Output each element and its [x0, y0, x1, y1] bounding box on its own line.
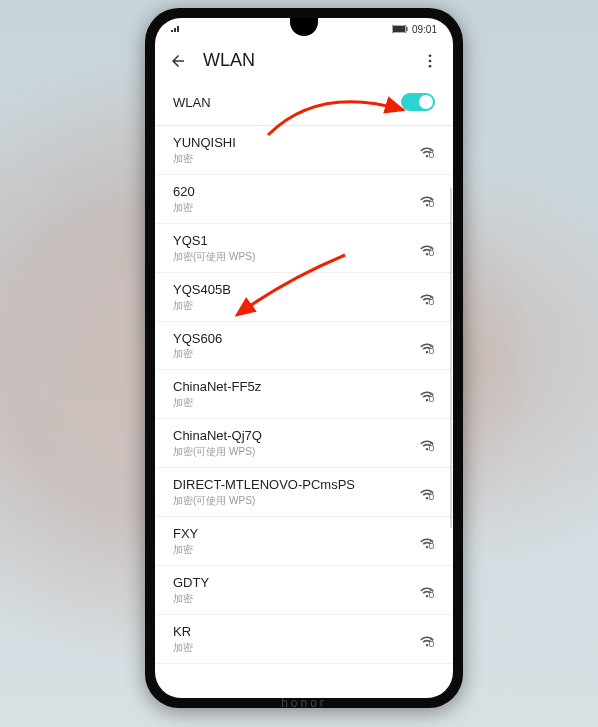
svg-rect-10 — [429, 348, 433, 353]
network-info: YUNQISHI加密 — [173, 135, 409, 165]
svg-rect-9 — [429, 299, 433, 304]
network-item[interactable]: YQS1加密(可使用 WPS) — [155, 224, 453, 273]
network-ssid: ChinaNet-FF5z — [173, 379, 409, 396]
svg-rect-7 — [429, 201, 433, 206]
wifi-lock-icon — [417, 339, 435, 353]
network-info: 620加密 — [173, 184, 409, 214]
svg-rect-2 — [406, 27, 407, 31]
wifi-lock-icon — [417, 534, 435, 548]
network-info: YQS606加密 — [173, 331, 409, 361]
network-ssid: ChinaNet-Qj7Q — [173, 428, 409, 445]
network-item[interactable]: YQS606加密 — [155, 322, 453, 371]
network-ssid: FXY — [173, 526, 409, 543]
network-ssid: GDTY — [173, 575, 409, 592]
battery-icon — [392, 24, 408, 35]
svg-rect-8 — [429, 250, 433, 255]
network-item[interactable]: YQS405B加密 — [155, 273, 453, 322]
network-security: 加密 — [173, 152, 409, 165]
network-security: 加密(可使用 WPS) — [173, 445, 409, 458]
wifi-lock-icon — [417, 436, 435, 450]
header: WLAN — [155, 40, 453, 81]
network-security: 加密 — [173, 543, 409, 556]
svg-rect-11 — [429, 397, 433, 402]
network-item[interactable]: 620加密 — [155, 175, 453, 224]
network-security: 加密 — [173, 396, 409, 409]
wifi-lock-icon — [417, 387, 435, 401]
network-info: ChinaNet-FF5z加密 — [173, 379, 409, 409]
phone-screen: 09:01 WLAN WLAN YUNQISHI加密620加密YQS1加密(可使… — [155, 18, 453, 698]
network-info: ChinaNet-Qj7Q加密(可使用 WPS) — [173, 428, 409, 458]
back-icon[interactable] — [169, 52, 187, 70]
svg-rect-13 — [429, 495, 433, 500]
network-item[interactable]: GDTY加密 — [155, 566, 453, 615]
network-ssid: YQS1 — [173, 233, 409, 250]
network-info: GDTY加密 — [173, 575, 409, 605]
network-info: KR加密 — [173, 624, 409, 654]
svg-rect-16 — [429, 641, 433, 646]
network-ssid: YQS606 — [173, 331, 409, 348]
network-security: 加密 — [173, 299, 409, 312]
wifi-lock-icon — [417, 143, 435, 157]
network-security: 加密(可使用 WPS) — [173, 494, 409, 507]
network-security: 加密 — [173, 641, 409, 654]
network-ssid: YUNQISHI — [173, 135, 409, 152]
svg-rect-12 — [429, 446, 433, 451]
network-security: 加密(可使用 WPS) — [173, 250, 409, 263]
page-title: WLAN — [203, 50, 405, 71]
wifi-lock-icon — [417, 290, 435, 304]
network-item[interactable]: DIRECT-MTLENOVO-PCmsPS加密(可使用 WPS) — [155, 468, 453, 517]
network-list[interactable]: YUNQISHI加密620加密YQS1加密(可使用 WPS)YQS405B加密Y… — [155, 126, 453, 698]
wifi-lock-icon — [417, 241, 435, 255]
network-item[interactable]: YUNQISHI加密 — [155, 126, 453, 175]
wlan-toggle-label: WLAN — [173, 95, 401, 110]
svg-rect-1 — [393, 26, 405, 32]
network-item[interactable]: KR加密 — [155, 615, 453, 664]
network-info: YQS1加密(可使用 WPS) — [173, 233, 409, 263]
network-security: 加密 — [173, 347, 409, 360]
wlan-toggle-switch[interactable] — [401, 93, 435, 111]
wifi-lock-icon — [417, 192, 435, 206]
network-ssid: DIRECT-MTLENOVO-PCmsPS — [173, 477, 409, 494]
wifi-lock-icon — [417, 485, 435, 499]
signal-icon — [171, 24, 181, 35]
network-item[interactable]: ChinaNet-Qj7Q加密(可使用 WPS) — [155, 419, 453, 468]
network-security: 加密 — [173, 592, 409, 605]
phone-frame: 09:01 WLAN WLAN YUNQISHI加密620加密YQS1加密(可使… — [145, 8, 463, 708]
svg-point-3 — [429, 54, 432, 57]
wifi-lock-icon — [417, 632, 435, 646]
scrollbar[interactable] — [450, 188, 452, 528]
phone-brand: honor — [145, 696, 463, 710]
network-info: YQS405B加密 — [173, 282, 409, 312]
wlan-toggle-row[interactable]: WLAN — [155, 81, 453, 126]
network-info: FXY加密 — [173, 526, 409, 556]
svg-rect-15 — [429, 593, 433, 598]
network-security: 加密 — [173, 201, 409, 214]
status-time: 09:01 — [412, 24, 437, 35]
network-ssid: KR — [173, 624, 409, 641]
network-item[interactable]: ChinaNet-FF5z加密 — [155, 370, 453, 419]
svg-rect-6 — [429, 153, 433, 158]
svg-rect-14 — [429, 544, 433, 549]
network-ssid: 620 — [173, 184, 409, 201]
wifi-lock-icon — [417, 583, 435, 597]
svg-point-5 — [429, 64, 432, 67]
network-info: DIRECT-MTLENOVO-PCmsPS加密(可使用 WPS) — [173, 477, 409, 507]
network-ssid: YQS405B — [173, 282, 409, 299]
network-item[interactable]: FXY加密 — [155, 517, 453, 566]
more-icon[interactable] — [421, 52, 439, 70]
svg-point-4 — [429, 59, 432, 62]
